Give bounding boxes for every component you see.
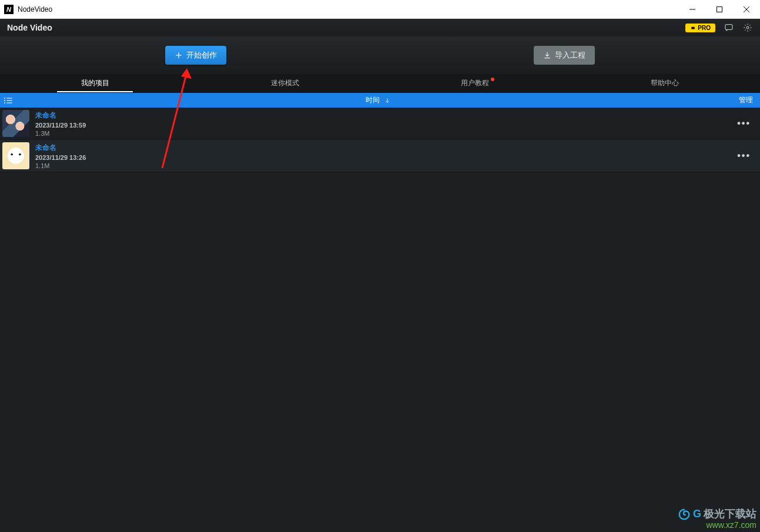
list-view-icon[interactable] xyxy=(0,96,16,105)
feedback-icon[interactable] xyxy=(724,22,734,33)
project-thumbnail xyxy=(2,110,29,137)
project-row[interactable]: 未命名 2023/11/29 13:59 1.3M ••• xyxy=(0,108,760,140)
tab-my-projects[interactable]: 我的项目 xyxy=(0,74,190,92)
project-date: 2023/11/29 13:59 xyxy=(35,122,86,129)
svg-rect-1 xyxy=(717,6,722,12)
window-titlebar: N NodeVideo xyxy=(0,0,760,19)
project-name: 未命名 xyxy=(35,111,86,121)
svg-point-5 xyxy=(746,26,749,29)
project-size: 1.1M xyxy=(35,162,86,169)
swirl-icon xyxy=(678,508,691,521)
project-size: 1.3M xyxy=(35,130,86,137)
download-icon xyxy=(543,51,551,59)
watermark-url: www.xz7.com xyxy=(678,521,756,530)
window-close-button[interactable] xyxy=(733,0,760,19)
app-icon: N xyxy=(4,5,14,14)
project-date: 2023/11/29 13:26 xyxy=(35,154,86,161)
watermark: G极光下载站 www.xz7.com xyxy=(678,508,756,530)
project-row[interactable]: 未命名 2023/11/29 13:26 1.1M ••• xyxy=(0,140,760,172)
tab-tutorials[interactable]: 用户教程 xyxy=(380,74,570,92)
more-icon[interactable]: ••• xyxy=(734,116,754,131)
window-minimize-button[interactable] xyxy=(679,0,706,19)
app-header: Node Video PRO xyxy=(0,19,760,36)
svg-rect-4 xyxy=(725,25,732,30)
pro-label: PRO xyxy=(698,25,711,31)
tab-label: 我的项目 xyxy=(81,78,109,88)
nav-tabs: 我的项目 迷你模式 用户教程 帮助中心 xyxy=(0,74,760,93)
create-button[interactable]: 开始创作 xyxy=(165,46,226,65)
import-button[interactable]: 导入工程 xyxy=(534,46,595,65)
manage-button[interactable]: 管理 xyxy=(739,95,760,105)
tab-label: 用户教程 xyxy=(461,78,489,88)
plus-icon xyxy=(175,51,183,59)
tab-mini-mode[interactable]: 迷你模式 xyxy=(190,74,380,92)
sort-control[interactable]: 时间 xyxy=(16,95,739,105)
window-title: NodeVideo xyxy=(18,5,52,14)
project-thumbnail xyxy=(2,142,29,169)
pro-badge[interactable]: PRO xyxy=(685,24,715,32)
brand-label: Node Video xyxy=(7,23,52,32)
watermark-brand-text: 极光下载站 xyxy=(704,508,756,520)
sort-label: 时间 xyxy=(366,95,380,105)
window-maximize-button[interactable] xyxy=(706,0,733,19)
watermark-brand-initial: G xyxy=(693,508,701,520)
tab-label: 迷你模式 xyxy=(271,78,299,88)
notification-dot-icon xyxy=(491,78,494,81)
tab-label: 帮助中心 xyxy=(651,78,679,88)
tab-help[interactable]: 帮助中心 xyxy=(570,74,760,92)
sort-bar: 时间 管理 xyxy=(0,93,760,108)
create-label: 开始创作 xyxy=(186,50,217,61)
project-name: 未命名 xyxy=(35,143,86,153)
more-icon[interactable]: ••• xyxy=(734,148,754,163)
settings-icon[interactable] xyxy=(742,22,753,33)
crown-icon xyxy=(690,25,696,31)
action-bar: 开始创作 导入工程 xyxy=(0,36,760,74)
import-label: 导入工程 xyxy=(555,50,585,61)
arrow-down-icon xyxy=(384,98,390,103)
